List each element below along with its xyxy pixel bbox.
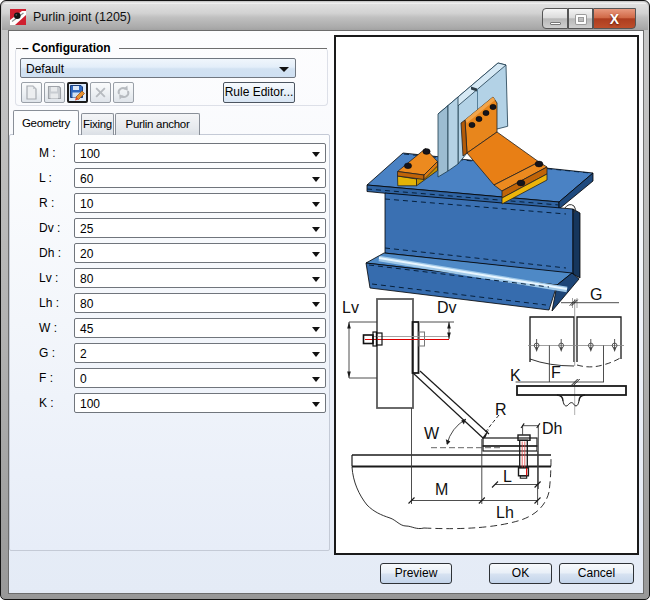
svg-text:K: K <box>510 367 521 384</box>
svg-text:G: G <box>590 286 602 303</box>
svg-text:L: L <box>503 468 512 485</box>
svg-text:Dv: Dv <box>437 299 457 316</box>
svg-text:Lh: Lh <box>496 504 514 521</box>
svg-text:Dh: Dh <box>542 420 562 437</box>
svg-text:Lv: Lv <box>342 299 359 316</box>
svg-text:W: W <box>424 425 440 442</box>
svg-text:R: R <box>495 401 507 418</box>
svg-text:F: F <box>551 364 561 381</box>
svg-text:M: M <box>435 481 448 498</box>
